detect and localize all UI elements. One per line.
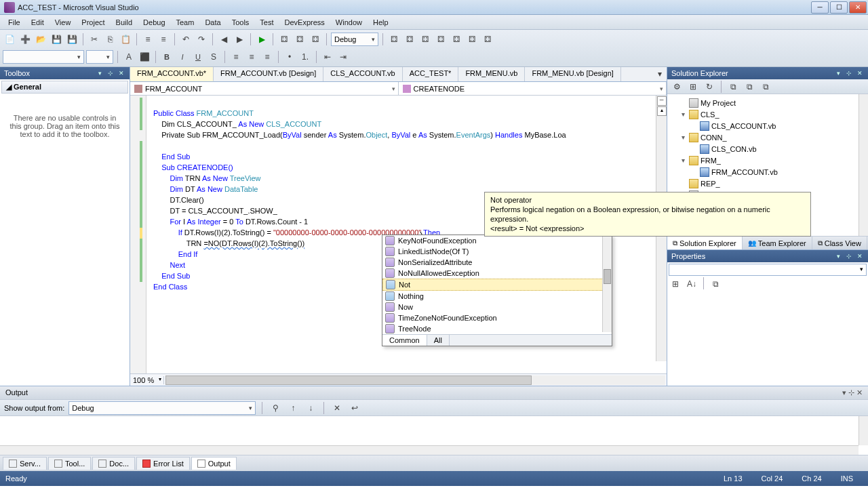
copy-button[interactable]: ⎘ <box>103 33 117 46</box>
solexp-viewdiag-button[interactable]: ⧉ <box>759 80 772 94</box>
inc-indent[interactable]: ⇥ <box>336 50 350 64</box>
paste-button[interactable]: 📋 <box>119 33 132 46</box>
toolbox-dropdown-icon[interactable]: ▾ <box>96 69 104 77</box>
undo-button[interactable]: ↶ <box>179 33 193 46</box>
menu-help[interactable]: Help <box>368 17 394 28</box>
props-pin-icon[interactable]: ⊹ <box>845 252 853 260</box>
tree-item[interactable]: FRM_ACCOUNT.vb <box>669 166 867 178</box>
tree-item[interactable]: CLS_ACCOUNT.vb <box>669 120 867 131</box>
menu-debug[interactable]: Debug <box>138 17 170 28</box>
menu-build[interactable]: Build <box>111 17 138 28</box>
tool-f[interactable]: ⚃ <box>465 33 479 46</box>
output-source-combo[interactable]: Debug <box>68 401 256 415</box>
color-b[interactable]: ⬛ <box>138 50 151 64</box>
tab-frm-menu-design[interactable]: FRM_MENU.vb [Design] <box>525 67 620 81</box>
save-all-button[interactable]: 💾 <box>65 33 79 46</box>
toolbox-close-icon[interactable]: ✕ <box>117 69 125 77</box>
redo-button[interactable]: ↷ <box>195 33 208 46</box>
props-close-icon[interactable]: ✕ <box>856 252 864 260</box>
output-close-icon[interactable]: ✕ <box>856 388 863 396</box>
menu-data[interactable]: Data <box>199 17 226 28</box>
tab-frm-account[interactable]: FRM_ACCOUNT.vb* <box>130 67 214 81</box>
expand-icon[interactable]: ▾ <box>679 157 687 164</box>
btab-output[interactable]: Output <box>191 457 237 470</box>
tab-solution-explorer[interactable]: ⧉ Solution Explorer <box>667 237 743 249</box>
underline-button[interactable]: U <box>191 50 205 64</box>
toolbox-group-general[interactable]: ◢ General <box>1 81 128 94</box>
tool-c[interactable]: ⚃ <box>418 33 432 46</box>
tree-item[interactable]: REP_ <box>669 178 867 189</box>
font-combo[interactable] <box>3 50 84 64</box>
props-dropdown-icon[interactable]: ▾ <box>834 252 842 260</box>
tab-class-view[interactable]: ⧉ Class View <box>812 237 867 249</box>
props-pages-button[interactable]: ⧉ <box>709 277 722 291</box>
tab-frm-account-design[interactable]: FRM_ACCOUNT.vb [Design] <box>214 67 323 81</box>
intellisense-item[interactable]: Now <box>382 302 612 312</box>
tool-d[interactable]: ⚃ <box>434 33 448 46</box>
tab-acc-test[interactable]: ACC_TEST* <box>403 67 459 81</box>
props-alpha-button[interactable]: A↓ <box>685 277 698 291</box>
intellisense-item[interactable]: LinkedListNode(Of T) <box>382 246 612 257</box>
menu-test[interactable]: Test <box>254 17 279 28</box>
tab-team-explorer[interactable]: 👥 Team Explorer <box>743 237 812 249</box>
tree-item[interactable]: ▾FRM_ <box>669 155 867 166</box>
tool-a[interactable]: ⚃ <box>387 33 401 46</box>
outdent-button[interactable]: ≡ <box>157 33 170 46</box>
btab-server[interactable]: Serv... <box>3 457 47 470</box>
tool-e[interactable]: ⚃ <box>450 33 463 46</box>
nav-back-button[interactable]: ◀ <box>217 33 231 46</box>
intellisense-tab-common[interactable]: Common <box>382 335 427 346</box>
tree-item[interactable]: CLS_CON.vb <box>669 143 867 155</box>
tabs-overflow-icon[interactable]: ▾ <box>653 67 667 81</box>
output-hscroll[interactable] <box>0 445 859 455</box>
solexp-refresh-button[interactable]: ↻ <box>703 80 716 94</box>
intellisense-item[interactable]: Not <box>382 279 612 291</box>
size-combo[interactable] <box>86 50 113 64</box>
menu-devexpress[interactable]: DevExpress <box>279 17 330 28</box>
comment-button[interactable]: ⚃ <box>293 33 307 46</box>
start-debug-button[interactable]: ▶ <box>255 33 269 46</box>
tree-scrollbar[interactable] <box>859 94 868 236</box>
output-dropdown-icon[interactable]: ▾ <box>842 388 846 396</box>
list-bullet[interactable]: • <box>283 50 296 64</box>
solexp-pin-icon[interactable]: ⊹ <box>845 69 853 77</box>
zoom-combo[interactable]: 100 % <box>130 376 164 384</box>
properties-object-combo[interactable] <box>669 264 867 276</box>
tree-item[interactable]: ▾CLS_ <box>669 108 867 120</box>
new-project-button[interactable]: 📄 <box>3 33 16 46</box>
color-a[interactable]: A <box>122 50 136 64</box>
menu-team[interactable]: Team <box>171 17 200 28</box>
menu-edit[interactable]: Edit <box>26 17 50 28</box>
solexp-showall-button[interactable]: ⊞ <box>686 80 700 94</box>
intellisense-item[interactable]: TimeZoneNotFoundException <box>382 312 612 323</box>
solexp-viewcode-button[interactable]: ⧉ <box>726 80 740 94</box>
minimize-button[interactable]: ─ <box>811 1 829 14</box>
expand-icon[interactable]: ▾ <box>679 110 687 118</box>
solexp-dropdown-icon[interactable]: ▾ <box>834 69 842 77</box>
maximize-button[interactable]: ☐ <box>830 1 848 14</box>
editor-hscroll[interactable] <box>165 375 665 385</box>
intellisense-tab-all[interactable]: All <box>427 335 450 346</box>
align-center[interactable]: ≡ <box>245 50 258 64</box>
intellisense-item[interactable]: NoNullAllowedException <box>382 268 612 279</box>
btab-document[interactable]: Doc... <box>92 457 135 470</box>
props-categorized-button[interactable]: ⊞ <box>669 277 682 291</box>
dec-indent[interactable]: ⇤ <box>321 50 334 64</box>
intellisense-item[interactable]: TreeNode <box>382 323 612 334</box>
intellisense-item[interactable]: NonSerializedAttribute <box>382 257 612 268</box>
menu-window[interactable]: Window <box>330 17 368 28</box>
output-vscroll[interactable] <box>859 416 868 445</box>
btab-toolbox[interactable]: Tool... <box>48 457 91 470</box>
menu-view[interactable]: View <box>50 17 77 28</box>
output-prev-button[interactable]: ↑ <box>286 401 300 415</box>
tool-b[interactable]: ⚃ <box>403 33 416 46</box>
tree-item[interactable]: My Project <box>669 97 867 108</box>
close-button[interactable]: ✕ <box>849 1 867 14</box>
uncomment-button[interactable]: ⚃ <box>309 33 322 46</box>
expand-icon[interactable]: ▾ <box>679 134 687 141</box>
indent-button[interactable]: ≡ <box>141 33 155 46</box>
split-icon[interactable]: ─ <box>657 96 667 106</box>
toolbox-pin-icon[interactable]: ⊹ <box>106 69 115 77</box>
output-wrap-button[interactable]: ↩ <box>348 401 361 415</box>
intellisense-item[interactable]: Nothing <box>382 291 612 302</box>
